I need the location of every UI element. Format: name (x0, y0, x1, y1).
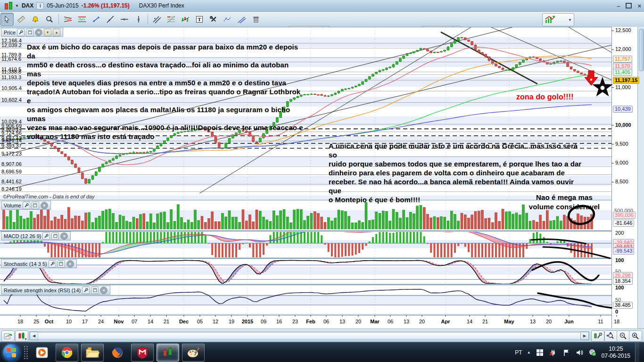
info-icon[interactable]: i (36, 2, 44, 9)
taskbar-firefox-icon[interactable] (107, 344, 128, 361)
price-panel-title: Price (4, 30, 16, 35)
volume-panel-header: Volume × (1, 201, 51, 210)
volume-panel (0, 200, 611, 231)
text-tool-button[interactable]: T (193, 13, 206, 26)
stochastic-close-icon[interactable]: × (66, 260, 74, 268)
taskbar-explorer-icon[interactable] (81, 344, 104, 362)
taskbar-media-player-icon[interactable] (31, 344, 53, 361)
macd-window-icon[interactable] (51, 232, 59, 240)
zoom-fit-button[interactable] (604, 330, 618, 342)
taskbar-mcafee-icon[interactable] (131, 344, 154, 362)
chart-bottom-bar: ▼ ◀ ▶ (0, 329, 644, 342)
window-titlebar: ▼ DAX i 05-Jun-2015 -1.26% (11,197.15) D… (0, 0, 644, 12)
quote-change: -1.26% (11,197.15) (82, 2, 130, 9)
app-candlestick-icon[interactable] (5, 2, 12, 9)
price-panel-header: Price × ▼ ▲ (1, 28, 63, 37)
share-chart-button[interactable] (1, 330, 15, 342)
stochastic-panel-title: Stochastic (14 3 5) (4, 261, 47, 267)
svg-text:T: T (198, 16, 201, 22)
volume-close-icon[interactable]: × (41, 202, 48, 209)
price-axis-strip (611, 27, 638, 328)
annotation-volume-note: Nao é mega mas volume consideravel (524, 193, 604, 212)
restore-button[interactable] (626, 3, 632, 8)
taskbar-paint-icon[interactable] (182, 344, 205, 362)
show-desktop-button[interactable] (635, 342, 639, 362)
price-window-icon[interactable] (26, 29, 33, 36)
stochastic-settings-wrench-icon[interactable] (49, 260, 56, 268)
tray-network-disconnected-icon[interactable] (549, 348, 557, 357)
zoom-in-button[interactable] (629, 330, 642, 342)
instrument-name[interactable]: DAX (22, 2, 33, 9)
zoom-tool-button[interactable] (43, 13, 56, 26)
price-move-up-icon[interactable]: ▲ (53, 29, 60, 36)
vertical-scrollbar-thumb[interactable] (639, 29, 644, 71)
annotation-zona-do-golo: zona do golo!!!! (516, 92, 574, 101)
tray-date: 07-06-2015 (602, 353, 630, 360)
tray-volume-icon[interactable] (575, 348, 584, 357)
tray-language-indicator[interactable]: PT (515, 349, 522, 356)
start-button[interactable] (3, 344, 20, 361)
trash-tool-button[interactable] (249, 13, 263, 26)
pattern-wedge-button[interactable] (61, 13, 74, 26)
price-settings-wrench-icon[interactable] (17, 29, 25, 36)
horizontal-scrollbar[interactable]: ◀ ▶ (29, 331, 589, 340)
ruler-tool-button[interactable] (15, 13, 28, 26)
tray-windows-icon[interactable] (536, 348, 544, 357)
chart-style-dropdown-icon[interactable]: ▼ (24, 337, 27, 341)
chart-style-button[interactable]: ▼ (15, 330, 28, 342)
minimize-button[interactable]: – (617, 2, 620, 9)
copyright-text: ©ProRealTime.com - Data is end of day (3, 194, 94, 199)
pattern-channel-button[interactable] (75, 13, 89, 26)
macd-panel-header: MACD (12 26 9) × (1, 231, 71, 240)
tray-sync-status-icon[interactable] (588, 348, 597, 357)
horizontal-scrollbar-thumb[interactable] (38, 332, 581, 339)
rsi-window-icon[interactable] (91, 287, 99, 294)
rsi-panel-title: Relative strength index (RSI) (14) (4, 288, 81, 293)
alerts-bell-button[interactable] (29, 13, 42, 26)
scroll-left-icon[interactable]: ◀ (30, 332, 38, 340)
price-move-down-icon[interactable]: ▼ (44, 29, 51, 36)
macd-panel (0, 231, 611, 258)
taskbar-grip (24, 346, 28, 360)
index-name: DAX30 Perf Index (139, 2, 184, 9)
tray-clock[interactable]: 10:25 07-06-2015 (602, 346, 630, 360)
volume-settings-wrench-icon[interactable] (23, 202, 30, 209)
volume-window-icon[interactable] (32, 202, 39, 209)
design-settings-button[interactable] (591, 330, 604, 342)
tools-settings-button[interactable] (207, 13, 220, 26)
rsi-settings-wrench-icon[interactable] (82, 287, 90, 294)
horizontal-line-button[interactable] (118, 13, 131, 26)
scroll-right-icon[interactable]: ▶ (580, 332, 589, 340)
chart-type-button[interactable]: ▼ (542, 13, 574, 26)
stochastic-panel-header: Stochastic (14 3 5) × (1, 259, 77, 268)
trendline-tool-button[interactable] (104, 13, 117, 26)
zoom-out-button[interactable] (617, 330, 630, 342)
rsi-panel-header: Relative strength index (RSI) (14) × (1, 286, 110, 295)
chart-type-dropdown-icon[interactable]: ▼ (566, 18, 574, 22)
annotation-text-1: Dax é um bicho do caraças mas depois de … (27, 42, 304, 141)
parallel-channel-button[interactable] (235, 13, 248, 26)
stochastic-window-icon[interactable] (58, 260, 65, 268)
time-axis (0, 315, 637, 329)
instrument-dropdown-icon[interactable]: ▼ (15, 4, 19, 8)
select-tool-button[interactable] (0, 13, 14, 26)
tray-hidden-icons-arrow[interactable]: ▲ (527, 350, 531, 354)
taskbar-chrome-icon[interactable] (56, 344, 78, 362)
zigzag-tool-button[interactable] (221, 13, 234, 26)
close-button[interactable]: × (637, 2, 641, 9)
tray-action-center-flag-icon[interactable] (562, 348, 570, 357)
vertical-line-button[interactable] (132, 13, 145, 26)
rsi-close-icon[interactable]: × (100, 287, 107, 294)
macd-close-icon[interactable]: × (60, 232, 68, 240)
windows-taskbar: PT ▲ 10:25 07-06-2015 (0, 342, 644, 362)
taskbar-trading-app-icon[interactable] (157, 344, 179, 362)
forecast-tool-button[interactable] (179, 13, 192, 26)
parallel-lines-button[interactable] (150, 13, 164, 26)
segment-tool-button[interactable] (90, 13, 103, 26)
chart-type-icon (545, 15, 557, 25)
fibonacci-tool-button[interactable] (165, 13, 178, 26)
price-close-icon[interactable]: × (35, 29, 42, 36)
tray-time: 10:25 (602, 346, 630, 353)
vertical-scrollbar[interactable] (637, 27, 644, 328)
macd-settings-wrench-icon[interactable] (42, 232, 50, 240)
